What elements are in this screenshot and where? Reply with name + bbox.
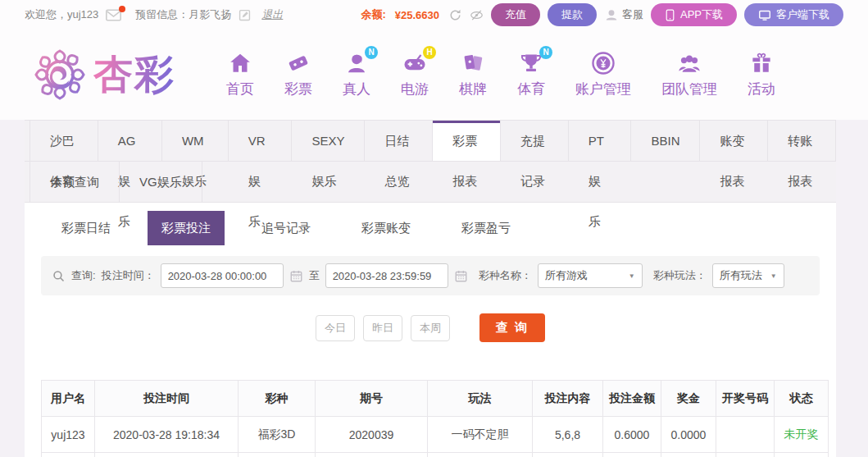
table-row: [42, 453, 829, 457]
nav-item-live[interactable]: N真人: [343, 51, 370, 98]
tab-item[interactable]: PT娱乐: [569, 121, 632, 161]
subtab-item[interactable]: 追号记录: [248, 211, 325, 245]
play-select-value: 所有玩法: [720, 268, 762, 283]
edit-icon[interactable]: [239, 9, 251, 21]
today-button[interactable]: 今日: [316, 315, 355, 341]
client-download-label: 客户端下载: [776, 7, 829, 22]
subtab-item[interactable]: 彩票盈亏: [448, 211, 525, 245]
tab-item[interactable]: 余额查询: [30, 162, 120, 202]
game-name-label: 彩种名称：: [479, 268, 532, 283]
flower-logo-icon: [33, 48, 87, 102]
this-week-button[interactable]: 本周: [411, 315, 450, 341]
table-cell: [716, 417, 775, 453]
table-cell: [603, 453, 661, 457]
nav-item-label: 电游: [401, 80, 429, 98]
withdraw-button[interactable]: 提款: [548, 3, 597, 26]
monitor-icon: [758, 9, 771, 21]
tab-item[interactable]: 充提记录: [501, 121, 569, 161]
refresh-icon[interactable]: [448, 8, 462, 22]
tab-item[interactable]: VR娱乐: [229, 121, 293, 161]
nav-item-label: 首页: [226, 80, 254, 98]
nav-item-sports[interactable]: N体育: [517, 51, 545, 98]
main-card: 彩票日结彩票投注追号记录彩票账变彩票盈亏 查询: 投注时间： 至 彩种名称： 所…: [25, 203, 836, 457]
service-person-icon: [604, 7, 619, 22]
chevron-down-icon: ▼: [622, 272, 635, 280]
tab-item[interactable]: WM娱乐: [162, 121, 229, 161]
badge-h: H: [423, 46, 436, 59]
nav-item-label: 团队管理: [661, 80, 717, 98]
play-select[interactable]: 所有玩法 ▼: [712, 263, 784, 288]
nav-item-team[interactable]: 团队管理: [661, 51, 717, 98]
table-cell: 一码不定胆: [428, 417, 533, 453]
app-download-button[interactable]: APP下载: [651, 3, 737, 26]
tab-item[interactable]: 转账报表: [768, 121, 836, 161]
time-from-input[interactable]: [161, 263, 284, 288]
table-cell: [533, 453, 603, 457]
calendar-to-icon[interactable]: [454, 269, 468, 283]
play-type-label: 彩种玩法：: [653, 268, 707, 283]
service-button[interactable]: 客服: [604, 7, 643, 22]
calendar-from-icon[interactable]: [289, 269, 303, 283]
tab-item[interactable]: 账变报表: [700, 121, 768, 161]
nav-item-account[interactable]: 账户管理: [575, 51, 631, 98]
person-icon: N: [344, 51, 369, 75]
subtab-item[interactable]: 彩票账变: [348, 211, 425, 245]
time-to-input[interactable]: [325, 263, 448, 288]
tab-item[interactable]: 沙巴体育: [30, 121, 98, 161]
table-row: yuj1232020-03-28 19:18:34福彩3D2020039一码不定…: [42, 417, 829, 453]
game-select-value: 所有游戏: [545, 268, 588, 283]
table-cell: 未开奖: [775, 417, 829, 453]
report-tabs-row: 余额查询VG娱乐: [25, 162, 836, 203]
nav-item-label: 活动: [748, 80, 775, 98]
table-cell: [661, 453, 716, 457]
nav-item-chess[interactable]: 棋牌: [459, 51, 487, 98]
table-header-cell: 投注内容: [533, 381, 603, 417]
quick-buttons-row: 今日 昨日 本周 查 询: [41, 313, 820, 342]
table-header-cell: 彩种: [239, 381, 316, 417]
nav-item-home[interactable]: 首页: [226, 51, 254, 98]
table-header-cell: 玩法: [428, 381, 533, 417]
deposit-button[interactable]: 充值: [491, 3, 540, 26]
gamepad-icon: H: [402, 51, 427, 75]
yesterday-button[interactable]: 昨日: [363, 315, 402, 341]
client-download-button[interactable]: 客户端下载: [744, 3, 843, 26]
coin-icon: [591, 51, 616, 75]
game-select[interactable]: 所有游戏 ▼: [538, 263, 643, 288]
eye-off-icon[interactable]: [470, 8, 484, 22]
brand-logo[interactable]: 杏彩: [33, 48, 175, 102]
tab-item[interactable]: VG娱乐: [120, 162, 202, 202]
mail-notification-dot: [119, 6, 125, 12]
nav-item-label: 棋牌: [459, 80, 487, 98]
table-header-cell: 期号: [316, 381, 428, 417]
table-header-cell: 投注金额: [603, 381, 661, 417]
search-button[interactable]: 查 询: [479, 313, 545, 342]
nav-item-label: 真人: [343, 80, 370, 98]
team-icon: [677, 51, 702, 75]
nav-item-activity[interactable]: 活动: [748, 51, 775, 98]
table-cell: [716, 453, 775, 457]
cards-icon: [461, 51, 485, 75]
nav-item-lottery[interactable]: 彩票: [284, 51, 312, 98]
sub-tabs: 彩票日结彩票投注追号记录彩票账变彩票盈亏: [41, 209, 820, 249]
bets-table: 用户名投注时间彩种期号玩法投注内容投注金额奖金开奖号码状态yuj1232020-…: [41, 380, 829, 457]
tab-item[interactable]: 日结总览: [365, 121, 433, 161]
subtab-item[interactable]: 彩票投注: [148, 211, 225, 245]
tab-item[interactable]: SEXY娱乐: [292, 121, 365, 161]
logout-link[interactable]: 退出: [261, 7, 283, 22]
report-tabs: 沙巴体育AG娱乐WM娱乐VR娱乐SEXY娱乐日结总览彩票报表充提记录PT娱乐BB…: [25, 120, 836, 203]
search-icon: [52, 269, 66, 283]
to-label: 至: [309, 268, 320, 283]
site-header: 杏彩 首页彩票N真人H电游棋牌N体育账户管理团队管理活动: [0, 30, 868, 120]
mail-icon[interactable]: [106, 9, 121, 21]
balance-label: 余额:: [361, 7, 385, 22]
tab-item[interactable]: 彩票报表: [433, 121, 501, 161]
tab-item[interactable]: BBIN: [631, 121, 700, 161]
nav-item-egame[interactable]: H电游: [401, 51, 429, 98]
brand-name: 杏彩: [93, 48, 175, 101]
bet-time-label: 投注时间：: [102, 268, 155, 283]
tab-item[interactable]: AG娱乐: [98, 121, 162, 161]
ticket-icon: [286, 51, 311, 75]
table-cell: [42, 453, 95, 457]
table-header-cell: 投注时间: [95, 381, 239, 417]
subtab-item[interactable]: 彩票日结: [48, 211, 125, 245]
